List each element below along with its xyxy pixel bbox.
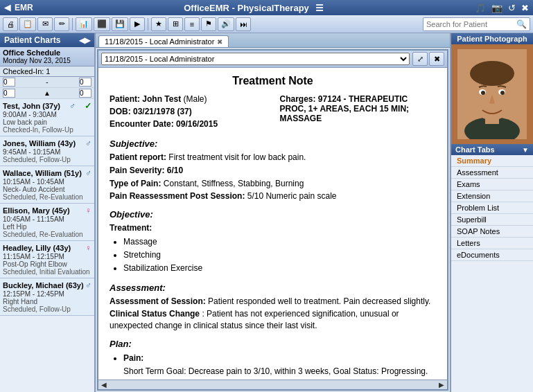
patient-time-4: 11:15AM - 12:15PM	[3, 253, 91, 260]
doc-title-select[interactable]: 11/18/2015 - Local Administrator	[101, 53, 410, 65]
main-layout: Patient Charts ◀▶ Office Schedule Monday…	[0, 33, 533, 392]
short-term-goal: Short Term Goal: Decrease pain to 3/10, …	[123, 366, 428, 376]
toolbar-separator2	[148, 18, 148, 30]
speaker-button[interactable]: 🔊	[218, 17, 234, 31]
black-button[interactable]: ⬛	[94, 17, 110, 31]
chart-tab-3[interactable]: Extension	[451, 190, 533, 202]
clinical-status-line: Clinical Status Change : Patient has not…	[110, 308, 436, 332]
patient-reason-2: Neck- Auto Accident	[3, 186, 91, 193]
slot-input-left[interactable]	[3, 78, 15, 87]
patient-photo	[451, 44, 533, 144]
assessment-title: Assessment:	[110, 283, 436, 293]
top-right-icons: 🎵 📷 ↺ ✖	[475, 3, 529, 13]
objective-title: Objective:	[110, 209, 436, 220]
forward-button[interactable]: ⏭	[236, 17, 251, 31]
slot-dash: -	[15, 78, 79, 86]
doc-expand-button[interactable]: ⤢	[412, 52, 428, 66]
patient-item-5[interactable]: Buckley, Michael (63y) ♂ 12:15PM - 12:45…	[0, 278, 94, 316]
patient-status-3: Scheduled, Re-Evaluation	[3, 231, 91, 238]
pain-reassessment-line: Pain Reassessment Post Session: 5/10 Num…	[110, 190, 436, 202]
toolbar: 🖨 📋 ✉ ✏ 📊 ⬛ 💾 ▶ ★ ⊞ ≡ ⚑ 🔊 ⏭ 🔍	[0, 15, 533, 33]
patient-label: Patient:	[110, 94, 142, 104]
dob-value: 03/21/1978 (37)	[133, 107, 192, 116]
assessment-session-line: Assessment of Session: Patient responded…	[110, 296, 436, 308]
menu-icon[interactable]: ☰	[315, 3, 324, 13]
patient-item-0[interactable]: Test, John (37y) ♂ ✓ 9:00AM - 9:30AM Low…	[0, 99, 94, 136]
gender-icon-5: ♂	[85, 280, 91, 290]
treatment-item-1: Stretching	[123, 249, 436, 262]
chart-tab-4[interactable]: Problem List	[451, 202, 533, 214]
search-input[interactable]	[426, 20, 516, 28]
checked-in-count: Checked-In: 1	[0, 66, 94, 77]
patient-item-3[interactable]: Ellison, Mary (45y) ♀ 10:45AM - 11:15AM …	[0, 204, 94, 241]
play-button[interactable]: ▶	[130, 17, 145, 31]
plan-pain-item: Pain: Short Term Goal: Decrease pain to …	[123, 352, 436, 378]
back-icon[interactable]: ◀	[4, 3, 10, 12]
print-button[interactable]: 🖨	[3, 17, 18, 31]
patient-name-2: Wallace, William (51y)	[3, 169, 82, 177]
doc-controls: ⤢ ✖	[412, 52, 444, 66]
icon-refresh[interactable]: ↺	[508, 3, 516, 13]
panel-arrows[interactable]: ◀▶	[79, 36, 90, 45]
patient-item-1[interactable]: Jones, William (43y) ♂ 9:45AM - 10:15AM …	[0, 136, 94, 166]
patient-charts-header: Patient Charts ◀▶	[0, 33, 94, 47]
chart-tab-8[interactable]: eDocuments	[451, 249, 533, 261]
app-title: OfficeEMR - PhysicalTherapy ☰	[33, 3, 475, 13]
icon-music[interactable]: 🎵	[475, 3, 486, 13]
icon-camera[interactable]: 📷	[491, 3, 503, 13]
patient-time-0: 9:00AM - 9:30AM	[3, 111, 91, 118]
patient-reason-5: Right Hand	[3, 298, 91, 305]
svg-point-10	[511, 91, 518, 101]
icon-close[interactable]: ✖	[521, 3, 529, 13]
slot-input-right2[interactable]	[79, 89, 91, 98]
slot-input-left2[interactable]	[3, 89, 15, 98]
encounter-value: 09/16/2015	[176, 119, 218, 129]
edit-button[interactable]: ✏	[54, 17, 69, 31]
chart-tab-7[interactable]: Letters	[451, 238, 533, 249]
right-panel: Patient Photograph	[450, 33, 533, 392]
scroll-right-arrow[interactable]: ▶	[439, 381, 444, 389]
patient-time-2: 10:15AM - 10:45AM	[3, 178, 91, 186]
doc-scroll-area[interactable]: Treatment Note Patient: John Test (Male)…	[98, 68, 447, 380]
clipboard-button[interactable]: 📋	[19, 17, 36, 31]
doc-tab-0[interactable]: 11/18/2015 - Local Administrator ✖	[98, 35, 229, 47]
doc-close-button[interactable]: ✖	[429, 52, 444, 66]
svg-point-9	[466, 91, 473, 101]
gender-icon-0: ♂	[69, 101, 76, 111]
patient-reason-3: Left Hip	[3, 223, 91, 231]
checkmark-0: ✓	[85, 101, 91, 111]
assessment-session-value: Patient responded well to treatment. Pai…	[208, 296, 430, 306]
doc-tab-close-0[interactable]: ✖	[217, 38, 222, 46]
slot-input-right[interactable]	[79, 78, 91, 87]
chart-tab-6[interactable]: SOAP Notes	[451, 226, 533, 238]
document-tabs: 11/18/2015 - Local Administrator ✖	[96, 33, 450, 48]
chart-tab-5[interactable]: Superbill	[451, 214, 533, 226]
save-button[interactable]: 💾	[112, 17, 128, 31]
grid-button[interactable]: ⊞	[168, 17, 183, 31]
search-box: 🔍	[423, 17, 530, 31]
doc-bottom-bar: ◀ ▶	[98, 380, 447, 389]
star-button[interactable]: ★	[151, 17, 166, 31]
plan-list: Pain: Short Term Goal: Decrease pain to …	[123, 352, 436, 380]
encounter-info: Encounter Date: 09/16/2015	[110, 119, 266, 129]
dob-info: DOB: 03/21/1978 (37)	[110, 107, 266, 116]
chart-tab-1[interactable]: Assessment	[451, 167, 533, 179]
mail-button[interactable]: ✉	[37, 17, 53, 31]
patient-reason-0: Low back pain	[3, 118, 91, 126]
chart-tabs-list: Summary Assessment Exams Extension Probl…	[451, 155, 533, 261]
patient-info-row: Patient: John Test (Male) DOB: 03/21/197…	[110, 94, 436, 132]
list-button[interactable]: ≡	[184, 17, 200, 31]
chart-tab-2[interactable]: Exams	[451, 179, 533, 190]
left-panel: Patient Charts ◀▶ Office Schedule Monday…	[0, 33, 96, 392]
chart-tabs-chevron[interactable]: ▼	[522, 146, 529, 154]
pain-reassessment-label: Pain Reassessment Post Session:	[110, 191, 245, 201]
assessment-session-label: Assessment of Session:	[110, 296, 206, 306]
search-icon[interactable]: 🔍	[516, 19, 527, 29]
scroll-left-arrow[interactable]: ◀	[101, 381, 107, 389]
chart-button[interactable]: 📊	[76, 17, 92, 31]
chart-tab-0[interactable]: Summary	[451, 155, 533, 167]
patient-report-label: Patient report:	[110, 152, 166, 162]
patient-item-4[interactable]: Headley, Lilly (43y) ♀ 11:15AM - 12:15PM…	[0, 241, 94, 278]
patient-item-2[interactable]: Wallace, William (51y) ♂ 10:15AM - 10:45…	[0, 166, 94, 204]
flag-button[interactable]: ⚑	[201, 17, 216, 31]
